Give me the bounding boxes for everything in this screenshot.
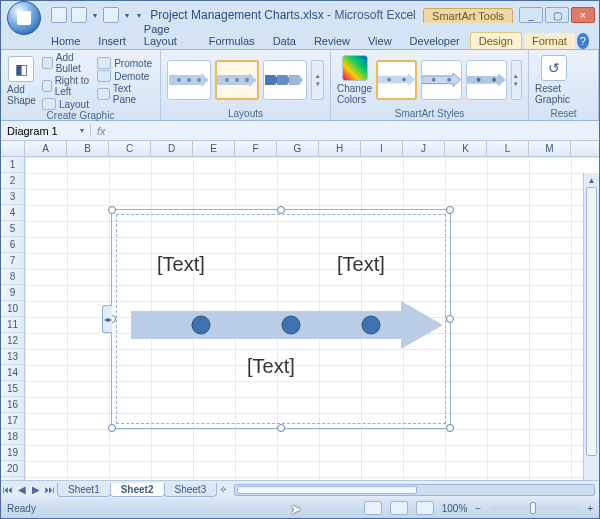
vertical-scrollbar[interactable]: ▲ ▼ <box>583 173 599 480</box>
view-normal-icon[interactable] <box>364 501 382 515</box>
sheet-nav-next-icon[interactable]: ▶ <box>29 483 43 497</box>
fx-icon[interactable]: fx <box>91 125 112 137</box>
minimize-button[interactable]: _ <box>519 7 543 23</box>
resize-handle-tm[interactable] <box>277 206 285 214</box>
col-J[interactable]: J <box>403 141 445 156</box>
layout-option-1[interactable] <box>167 60 211 100</box>
col-G[interactable]: G <box>277 141 319 156</box>
smartart-node-2[interactable] <box>282 316 300 334</box>
styles-more-button[interactable]: ▴▾ <box>511 60 522 100</box>
tab-view[interactable]: View <box>360 33 400 49</box>
col-M[interactable]: M <box>529 141 571 156</box>
smartart-text-2[interactable]: [Text] <box>337 253 385 276</box>
view-pagelayout-icon[interactable] <box>390 501 408 515</box>
tab-formulas[interactable]: Formulas <box>201 33 263 49</box>
close-button[interactable]: × <box>571 7 595 23</box>
row-10[interactable]: 10 <box>1 301 24 317</box>
row-12[interactable]: 12 <box>1 333 24 349</box>
col-H[interactable]: H <box>319 141 361 156</box>
name-box[interactable]: Diagram 1 ▾ <box>1 125 91 137</box>
layout-button[interactable]: Layout <box>40 98 91 110</box>
style-option-3[interactable] <box>466 60 507 100</box>
zoom-out-button[interactable]: − <box>475 503 481 514</box>
resize-handle-bl[interactable] <box>108 424 116 432</box>
tab-data[interactable]: Data <box>265 33 304 49</box>
row-6[interactable]: 6 <box>1 237 24 253</box>
resize-handle-mr[interactable] <box>446 315 454 323</box>
row-4[interactable]: 4 <box>1 205 24 221</box>
scroll-up-icon[interactable]: ▲ <box>584 173 599 187</box>
resize-handle-tl[interactable] <box>108 206 116 214</box>
add-shape-button[interactable]: ◧ Add Shape <box>7 56 36 106</box>
sheet-tab-1[interactable]: Sheet1 <box>57 483 111 497</box>
style-option-1-selected[interactable] <box>376 60 417 100</box>
view-pagebreak-icon[interactable] <box>416 501 434 515</box>
row-9[interactable]: 9 <box>1 285 24 301</box>
col-C[interactable]: C <box>109 141 151 156</box>
resize-handle-bm[interactable] <box>277 424 285 432</box>
maximize-button[interactable]: ▢ <box>545 7 569 23</box>
right-to-left-button[interactable]: Right to Left <box>40 75 91 97</box>
zoom-slider[interactable] <box>489 505 579 511</box>
zoom-level[interactable]: 100% <box>442 503 468 514</box>
row-2[interactable]: 2 <box>1 173 24 189</box>
smartart-arrow-shape[interactable] <box>131 301 443 349</box>
smartart-node-1[interactable] <box>192 316 210 334</box>
zoom-in-button[interactable]: + <box>587 503 593 514</box>
demote-button[interactable]: Demote <box>95 70 154 82</box>
sheet-nav-prev-icon[interactable]: ◀ <box>15 483 29 497</box>
tab-format[interactable]: Format <box>524 33 575 49</box>
row-13[interactable]: 13 <box>1 349 24 365</box>
resize-handle-tr[interactable] <box>446 206 454 214</box>
row-3[interactable]: 3 <box>1 189 24 205</box>
row-20[interactable]: 20 <box>1 461 24 477</box>
text-pane-button[interactable]: Text Pane <box>95 83 154 105</box>
tab-developer[interactable]: Developer <box>402 33 468 49</box>
qat-undo-icon[interactable] <box>71 7 87 23</box>
qat-undo-dropdown-icon[interactable]: ▾ <box>91 7 99 23</box>
row-14[interactable]: 14 <box>1 365 24 381</box>
tab-page-layout[interactable]: Page Layout <box>136 21 199 49</box>
row-19[interactable]: 19 <box>1 445 24 461</box>
resize-handle-br[interactable] <box>446 424 454 432</box>
add-bullet-button[interactable]: Add Bullet <box>40 52 91 74</box>
tab-home[interactable]: Home <box>43 33 88 49</box>
smartart-object[interactable]: ◂▸ [Text] [Text] [Text] <box>111 209 451 429</box>
reset-graphic-button[interactable]: ↺ Reset Graphic <box>535 55 573 105</box>
layout-option-2-selected[interactable] <box>215 60 259 100</box>
sheet-nav-last-icon[interactable]: ⏭ <box>43 483 57 497</box>
horizontal-scrollbar[interactable] <box>234 484 595 496</box>
zoom-slider-thumb[interactable] <box>530 502 536 514</box>
scroll-thumb[interactable] <box>586 187 597 456</box>
smartart-canvas[interactable]: [Text] [Text] [Text] <box>116 214 446 424</box>
smartart-text-1[interactable]: [Text] <box>157 253 205 276</box>
layouts-more-button[interactable]: ▴▾ <box>311 60 324 100</box>
col-D[interactable]: D <box>151 141 193 156</box>
name-box-dropdown-icon[interactable]: ▾ <box>80 126 84 135</box>
sheet-nav-first-icon[interactable]: ⏮ <box>1 483 15 497</box>
row-17[interactable]: 17 <box>1 413 24 429</box>
col-A[interactable]: A <box>25 141 67 156</box>
sheet-tab-3[interactable]: Sheet3 <box>164 483 218 497</box>
qat-save-icon[interactable] <box>51 7 67 23</box>
change-colors-button[interactable]: Change Colors <box>337 55 372 105</box>
help-icon[interactable]: ? <box>577 33 589 49</box>
hscroll-thumb[interactable] <box>237 486 416 494</box>
select-all-button[interactable] <box>1 141 25 156</box>
qat-redo-dropdown-icon[interactable]: ▾ <box>123 7 131 23</box>
text-pane-expand-icon[interactable]: ◂▸ <box>102 305 112 333</box>
row-7[interactable]: 7 <box>1 253 24 269</box>
layout-option-3[interactable] <box>263 60 307 100</box>
col-I[interactable]: I <box>361 141 403 156</box>
row-18[interactable]: 18 <box>1 429 24 445</box>
tab-design[interactable]: Design <box>470 32 522 49</box>
row-16[interactable]: 16 <box>1 397 24 413</box>
promote-button[interactable]: Promote <box>95 57 154 69</box>
sheet-tab-2-active[interactable]: Sheet2 <box>110 483 165 497</box>
cells-grid[interactable]: ◂▸ [Text] [Text] [Text] ▲ <box>25 157 599 480</box>
smartart-text-3[interactable]: [Text] <box>247 355 295 378</box>
tab-review[interactable]: Review <box>306 33 358 49</box>
row-1[interactable]: 1 <box>1 157 24 173</box>
smartart-node-3[interactable] <box>362 316 380 334</box>
row-11[interactable]: 11 <box>1 317 24 333</box>
